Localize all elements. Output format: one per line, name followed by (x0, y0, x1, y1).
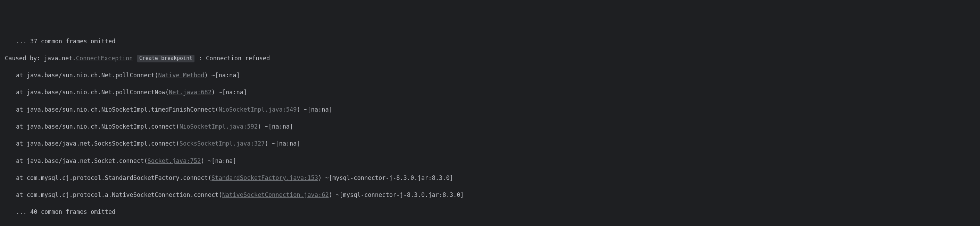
trace-suffix: ) ~[na:na] (204, 72, 240, 79)
trace-prefix: at com.mysql.cj.protocol.StandardSocketF… (16, 174, 212, 181)
source-link[interactable]: NativeSocketConnection.java:62 (222, 191, 329, 198)
trace-prefix: at java.base/sun.nio.ch.NioSocketImpl.co… (16, 123, 180, 130)
trace-prefix: at com.mysql.cj.protocol.a.NativeSocketC… (16, 191, 222, 198)
caused-by-line: Caused by: java.net.ConnectException Cre… (5, 54, 975, 63)
trace-suffix: ) ~[na:na] (297, 106, 332, 113)
trace-prefix: at java.base/sun.nio.ch.Net.pollConnect( (16, 72, 158, 79)
trace-prefix: at java.base/java.net.Socket.connect( (16, 157, 148, 164)
source-link[interactable]: NioSocketImpl.java:549 (218, 106, 297, 113)
trace-suffix: ) ~[na:na] (212, 89, 247, 96)
stack-trace-line: at java.base/java.net.SocksSocketImpl.co… (5, 139, 975, 148)
create-breakpoint-button[interactable]: Create breakpoint (137, 55, 195, 62)
stack-trace-line: at com.mysql.cj.protocol.StandardSocketF… (5, 174, 975, 182)
trace-suffix: ) ~[na:na] (201, 157, 236, 164)
exception-link[interactable]: ConnectException (76, 55, 133, 62)
caused-by-suffix: : Connection refused (195, 55, 270, 62)
stack-trace-line: at java.base/sun.nio.ch.NioSocketImpl.ti… (5, 105, 975, 114)
source-link[interactable]: StandardSocketFactory.java:153 (212, 174, 318, 181)
frames-omitted-top: ... 37 common frames omitted (5, 37, 975, 46)
trace-suffix: ) ~[na:na] (265, 140, 300, 147)
source-link[interactable]: SocksSocketImpl.java:327 (180, 140, 265, 147)
source-link[interactable]: NioSocketImpl.java:592 (180, 123, 258, 130)
stack-trace-line: at java.base/sun.nio.ch.Net.pollConnectN… (5, 88, 975, 97)
trace-prefix: at java.base/java.net.SocksSocketImpl.co… (16, 140, 180, 147)
frames-omitted-bottom: ... 40 common frames omitted (5, 208, 975, 216)
trace-suffix: ) ~[na:na] (258, 123, 293, 130)
stack-trace-line: at java.base/java.net.Socket.connect(Soc… (5, 156, 975, 165)
source-link[interactable]: Native Method (158, 72, 204, 79)
stack-trace-line: at java.base/sun.nio.ch.Net.pollConnect(… (5, 71, 975, 80)
source-link[interactable]: Net.java:682 (169, 89, 212, 96)
trace-prefix: at java.base/sun.nio.ch.NioSocketImpl.ti… (16, 106, 218, 113)
trace-prefix: at java.base/sun.nio.ch.Net.pollConnectN… (16, 89, 169, 96)
trace-suffix: ) ~[mysql-connector-j-8.3.0.jar:8.3.0] (318, 174, 453, 181)
blank-line (5, 225, 975, 226)
stack-trace-line: at java.base/sun.nio.ch.NioSocketImpl.co… (5, 122, 975, 131)
source-link[interactable]: Socket.java:752 (148, 157, 201, 164)
stack-trace-line: at com.mysql.cj.protocol.a.NativeSocketC… (5, 191, 975, 199)
trace-suffix: ) ~[mysql-connector-j-8.3.0.jar:8.3.0] (329, 191, 464, 198)
caused-by-prefix: Caused by: java.net. (5, 55, 76, 62)
